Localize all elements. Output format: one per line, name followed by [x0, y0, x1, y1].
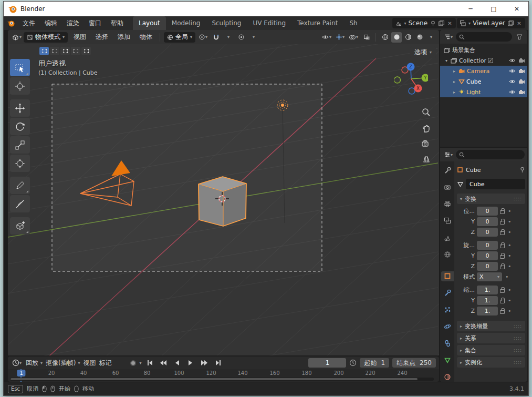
- camera-object-label[interactable]: Camera: [467, 68, 489, 75]
- tab-modifiers[interactable]: [441, 288, 454, 298]
- viewport-3d[interactable]: 选项 ▾ 用户透视 (1) Collection | Cube: [8, 44, 439, 355]
- jump-to-end-button[interactable]: [213, 358, 223, 368]
- light-object-label[interactable]: Light: [466, 89, 481, 96]
- properties-search-input[interactable]: [456, 150, 525, 159]
- tab-object-data[interactable]: [441, 355, 454, 365]
- lock-icon[interactable]: [500, 221, 505, 225]
- frame-start-field[interactable]: 起始1: [360, 358, 389, 368]
- new-viewlayer-icon[interactable]: [507, 20, 514, 27]
- play-button[interactable]: [185, 358, 196, 368]
- panel-relations[interactable]: ▸ 关系 ::::: [457, 333, 525, 343]
- workspace-tab-layout[interactable]: Layout: [133, 16, 166, 30]
- proportional-edit-button[interactable]: [236, 32, 246, 43]
- cube-object[interactable]: [199, 177, 246, 226]
- editor-type-button[interactable]: ▾: [11, 32, 23, 43]
- rotation-y-field[interactable]: 0: [477, 251, 498, 260]
- tab-world[interactable]: [441, 249, 454, 259]
- workspace-tab-sculpting[interactable]: Sculpting: [206, 16, 247, 30]
- panel-expand-icon[interactable]: ▾: [460, 197, 462, 201]
- collection-label[interactable]: Collection: [459, 57, 486, 64]
- lock-icon[interactable]: [500, 310, 505, 314]
- animate-dot[interactable]: •: [508, 263, 512, 270]
- xray-toggle-button[interactable]: [361, 32, 372, 43]
- overlays-button[interactable]: ▾: [348, 32, 359, 43]
- auto-key-record-button[interactable]: [130, 360, 136, 366]
- disable-render-camera-icon[interactable]: [518, 79, 525, 84]
- shading-material-button[interactable]: [403, 32, 413, 43]
- prev-keyframe-button[interactable]: [158, 358, 169, 368]
- panel-instancing[interactable]: ▸ 实例化 ::::: [457, 357, 525, 368]
- menu-select[interactable]: 选择: [92, 31, 112, 43]
- scene-selector[interactable]: ▾ Scene ✕: [392, 18, 456, 28]
- frame-end-field[interactable]: 结束点250: [392, 358, 436, 368]
- breadcrumb-object-name[interactable]: Cube: [466, 167, 481, 174]
- panel-collections[interactable]: ▸ 集合 ::::: [457, 345, 525, 355]
- select-mode-new[interactable]: [39, 47, 49, 55]
- tab-output[interactable]: [441, 199, 454, 209]
- lock-icon[interactable]: [500, 266, 505, 269]
- expand-arrow-icon[interactable]: ▸: [452, 90, 457, 95]
- current-frame-field[interactable]: 1: [308, 358, 346, 368]
- workspace-tab-texture-paint[interactable]: Texture Paint: [291, 16, 343, 30]
- menu-add[interactable]: 添加: [114, 31, 134, 43]
- menu-object[interactable]: 物体: [136, 31, 156, 43]
- new-scene-icon[interactable]: [438, 20, 445, 27]
- timeline-editor-type-button[interactable]: ▾: [11, 358, 23, 368]
- timeline-menu-keying[interactable]: 抠像(插帧)▾: [46, 359, 80, 368]
- snap-options-caret[interactable]: ▾: [223, 32, 234, 43]
- outliner-row-camera[interactable]: ▸ Camera: [440, 66, 527, 76]
- shading-options-caret[interactable]: ▾: [426, 32, 436, 43]
- tab-tool[interactable]: [441, 166, 454, 176]
- scale-z-field[interactable]: 1.: [477, 307, 498, 315]
- scale-y-field[interactable]: 1.: [477, 296, 498, 305]
- camera-view-icon[interactable]: [420, 137, 432, 150]
- minimize-button[interactable]: ─: [459, 2, 482, 16]
- gizmos-button[interactable]: ▾: [335, 32, 346, 43]
- hide-eye-icon[interactable]: [509, 68, 516, 74]
- close-button[interactable]: ✕: [505, 2, 528, 16]
- viewlayer-selector[interactable]: ▾ ViewLayer ✕: [457, 18, 525, 28]
- remove-viewlayer-icon[interactable]: ✕: [516, 20, 523, 27]
- hide-eye-icon[interactable]: [509, 58, 516, 63]
- menu-view[interactable]: 视图: [70, 31, 90, 43]
- lock-icon[interactable]: [500, 300, 505, 303]
- expand-arrow-icon[interactable]: ▾: [444, 58, 449, 63]
- tool-add-cube[interactable]: [10, 217, 30, 235]
- animate-dot[interactable]: •: [508, 242, 512, 249]
- expand-arrow-icon[interactable]: ▸: [452, 69, 457, 74]
- playhead-frame-badge[interactable]: 1: [17, 370, 25, 376]
- navigation-gizmo[interactable]: Z Y X: [394, 62, 428, 96]
- rotation-z-field[interactable]: 0: [477, 262, 498, 271]
- tool-measure[interactable]: [10, 195, 30, 212]
- panel-grip-icon[interactable]: ::::: [514, 196, 522, 201]
- lock-icon[interactable]: [500, 245, 505, 248]
- workspace-tab-shading[interactable]: Sh: [343, 16, 363, 30]
- tool-cursor[interactable]: [10, 77, 30, 95]
- menu-render[interactable]: 渲染: [62, 17, 84, 29]
- next-keyframe-button[interactable]: [199, 358, 210, 368]
- lock-icon[interactable]: [500, 255, 505, 259]
- rotation-mode-dropdown[interactable]: X ▾: [477, 272, 502, 281]
- maximize-button[interactable]: □: [482, 2, 505, 16]
- shading-wireframe-button[interactable]: [380, 32, 390, 43]
- timeline-scrollbar[interactable]: [10, 378, 434, 381]
- tab-particles[interactable]: [441, 305, 454, 315]
- menu-window[interactable]: 窗口: [85, 17, 106, 29]
- animate-dot[interactable]: •: [508, 252, 512, 259]
- collection-checkbox[interactable]: ✓: [488, 58, 493, 63]
- panel-delta-transform[interactable]: ▸ 变换增量 ::::: [457, 321, 525, 331]
- proportional-falloff-caret[interactable]: ▾: [248, 32, 259, 43]
- scene-collection-label[interactable]: 场景集合: [452, 46, 475, 54]
- animate-dot[interactable]: •: [505, 273, 509, 280]
- animate-dot[interactable]: •: [508, 208, 512, 215]
- snap-toggle-button[interactable]: [211, 32, 221, 43]
- select-mode-extend[interactable]: [50, 47, 59, 55]
- hide-eye-icon[interactable]: [509, 89, 516, 95]
- viewlayer-name[interactable]: ViewLayer: [473, 19, 505, 27]
- rotation-x-field[interactable]: 0: [477, 241, 498, 250]
- location-y-field[interactable]: 0: [477, 217, 498, 226]
- expand-arrow-icon[interactable]: ▸: [452, 79, 457, 84]
- lock-icon[interactable]: [500, 289, 505, 293]
- pin-id-icon[interactable]: [519, 167, 525, 173]
- animate-dot[interactable]: •: [508, 218, 512, 225]
